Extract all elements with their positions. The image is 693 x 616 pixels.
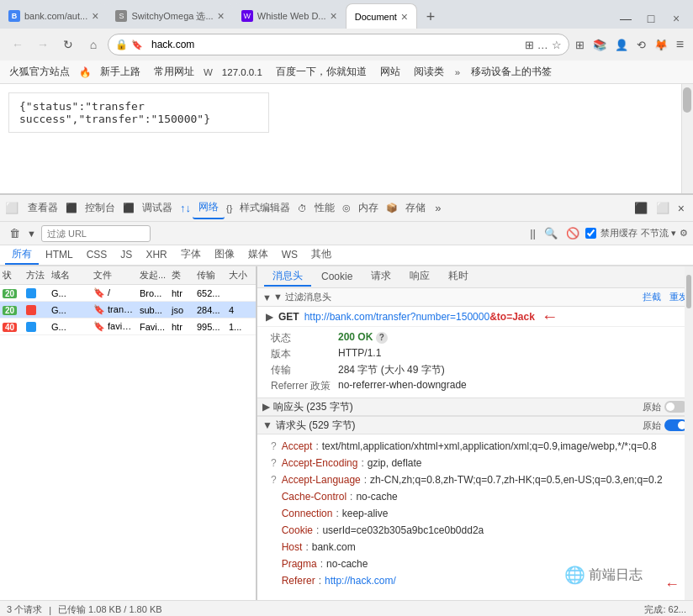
pause-network-button[interactable]: || xyxy=(527,227,538,240)
type-tab-js[interactable]: JS xyxy=(114,247,139,264)
status-section: 状态 200 OK ? 版本 HTTP/1.1 传输 284 字节 (大小 49… xyxy=(257,327,693,398)
devtool-tab-console[interactable]: 控制台 xyxy=(79,197,121,218)
header-value-accept-language: zh-CN,zh;q=0.8,zh-TW;q=0.7,zh-HK;q=0.5,e… xyxy=(370,472,680,487)
disable-cache-checkbox[interactable] xyxy=(585,228,596,239)
bookmark-icon-w: W xyxy=(204,67,213,77)
bookmark-newuser[interactable]: 新手上路 xyxy=(96,64,145,80)
minimize-button[interactable]: — xyxy=(616,8,636,29)
url-input[interactable] xyxy=(146,35,521,54)
ellipsis-icon[interactable]: … xyxy=(537,39,548,51)
type-tab-other[interactable]: 其他 xyxy=(304,245,338,265)
table-row[interactable]: 40 G... 🔖 favicon.ico Favi... htr 995...… xyxy=(0,319,256,335)
tab-whistle[interactable]: W Whistle Web D... × xyxy=(233,3,346,29)
bookmark-firefoxsite[interactable]: 火狐官方站点 xyxy=(5,64,74,80)
type-tab-xhr[interactable]: XHR xyxy=(139,247,173,264)
table-row[interactable]: 20 G... 🔖 transfer?number= sub... sub...… xyxy=(0,302,256,319)
tab-bank[interactable]: B bank.com/aut... × xyxy=(0,3,107,29)
response-raw-toggle[interactable]: 原始 xyxy=(643,401,688,413)
header-colon: : xyxy=(316,523,319,538)
back-button[interactable]: ← xyxy=(7,34,29,55)
request-section-collapse-icon: ▼ xyxy=(262,419,272,431)
reload-button[interactable]: ↻ xyxy=(57,34,79,55)
devtools-close-icon[interactable]: × xyxy=(674,200,688,217)
tab-close-whistle[interactable]: × xyxy=(331,10,337,22)
block-request-button[interactable]: 🚫 xyxy=(563,227,582,240)
maximize-button[interactable]: □ xyxy=(641,8,661,29)
type-tab-all[interactable]: 所有 xyxy=(5,245,39,265)
type-tab-css[interactable]: CSS xyxy=(80,247,114,264)
devtool-tab-storage[interactable]: 存储 xyxy=(399,197,431,218)
forward-button[interactable]: → xyxy=(32,34,54,55)
tab-close-switchyomega[interactable]: × xyxy=(218,10,225,22)
type-tab-html[interactable]: HTML xyxy=(39,247,80,264)
extensions-icon[interactable]: ⊞ xyxy=(573,37,587,53)
qr-icon[interactable]: ⊞ xyxy=(525,39,534,51)
network-settings-icon[interactable]: ⚙ xyxy=(680,228,688,239)
help-icon[interactable]: ? xyxy=(271,472,277,487)
help-icon[interactable]: ? xyxy=(271,439,277,454)
type-tab-ws[interactable]: WS xyxy=(275,247,304,264)
tab-favicon-bank: B xyxy=(8,10,20,22)
row1-file: 🔖 / xyxy=(91,287,137,298)
devtool-tab-debugger[interactable]: 调试器 xyxy=(136,197,178,218)
details-tab-request[interactable]: 请求 xyxy=(362,267,399,287)
bookmark-menu-icon[interactable]: 📚 xyxy=(590,37,609,53)
devtool-tab-memory[interactable]: 内存 xyxy=(352,197,384,218)
bookmark-more-icon[interactable]: » xyxy=(455,67,460,77)
table-row[interactable]: 20 G... 🔖 / Bro... htr 652... xyxy=(0,285,256,302)
bookmark-localhost[interactable]: 127.0.0.1 xyxy=(218,66,267,79)
details-tab-headers[interactable]: 消息头 xyxy=(264,267,311,287)
profile-icon[interactable]: 👤 xyxy=(612,37,631,53)
type-tab-media[interactable]: 媒体 xyxy=(241,245,275,265)
bookmark-mobile[interactable]: 移动设备上的书签 xyxy=(467,64,556,80)
devtools-more-tabs[interactable]: » xyxy=(435,202,441,214)
tab-close-document[interactable]: × xyxy=(401,11,408,23)
sync-icon[interactable]: ⟲ xyxy=(634,37,648,53)
disable-cache-label[interactable]: 禁用缓存 xyxy=(585,227,637,240)
throttle-select[interactable]: 不节流 ▾ xyxy=(641,227,676,240)
details-scrollbar[interactable] xyxy=(685,266,693,600)
bookmark-baidu[interactable]: 百度一下，你就知道 xyxy=(272,64,371,80)
search-network-button[interactable]: 🔍 xyxy=(542,227,560,240)
star-icon[interactable]: ☆ xyxy=(552,39,562,51)
url-expand-icon[interactable]: ▶ xyxy=(266,311,273,323)
bookmark-website[interactable]: 网站 xyxy=(376,64,405,80)
request-headers-header[interactable]: ▼ 请求头 (529 字节) 原始 xyxy=(257,416,693,434)
bookmark-frequenturls[interactable]: 常用网址 xyxy=(150,64,198,80)
devtool-tab-perf[interactable]: 性能 xyxy=(309,197,341,218)
details-tab-cookies[interactable]: Cookie xyxy=(313,269,361,286)
details-tab-response[interactable]: 响应 xyxy=(401,267,438,287)
new-tab-button[interactable]: + xyxy=(419,5,442,29)
request-raw-toggle[interactable]: 原始 xyxy=(643,419,688,432)
type-tab-font[interactable]: 字体 xyxy=(174,245,208,265)
intercept-link[interactable]: 拦截 xyxy=(643,291,661,303)
devtool-tab-inspector[interactable]: 查看器 xyxy=(22,197,64,218)
tab-close-bank[interactable]: × xyxy=(92,10,98,22)
network-filter-input[interactable] xyxy=(41,225,151,242)
row2-status: 20 xyxy=(0,305,24,315)
request-raw-label: 原始 xyxy=(643,419,661,432)
tab-switchyomega[interactable]: S SwitchyOmega 选... × xyxy=(107,3,232,29)
help-icon[interactable]: ? xyxy=(271,455,277,471)
bookmark-reading[interactable]: 阅读类 xyxy=(410,64,448,80)
details-tab-timing[interactable]: 耗时 xyxy=(440,267,477,287)
firefox-icon[interactable]: 🦊 xyxy=(652,37,670,53)
tab-bar: B bank.com/aut... × S SwitchyOmega 选... … xyxy=(0,0,693,29)
devtool-tab-network[interactable]: 网络 xyxy=(193,197,225,219)
home-button[interactable]: ⌂ xyxy=(82,34,104,55)
devtool-tab-style[interactable]: 样式编辑器 xyxy=(234,197,296,218)
page-scrollbar[interactable] xyxy=(681,84,693,193)
menu-icon[interactable]: ≡ xyxy=(674,35,686,54)
col-header-size: 大小 xyxy=(226,269,251,282)
type-tab-image[interactable]: 图像 xyxy=(208,245,241,265)
clear-network-button[interactable]: 🗑 xyxy=(5,224,24,243)
response-headers-header[interactable]: ▶ 响应头 (235 字节) 原始 xyxy=(257,398,693,416)
close-button[interactable]: × xyxy=(666,8,686,29)
tab-document[interactable]: Document × xyxy=(346,3,417,29)
devtools-dock-icon[interactable]: ⬛ xyxy=(631,200,651,216)
row3-domain: G... xyxy=(49,322,91,332)
referrer-policy-label: Referrer 政策 xyxy=(271,379,338,393)
devtools-icon-memory: ◎ xyxy=(342,203,351,213)
row2-domain: G... xyxy=(49,305,91,315)
devtools-undock-icon[interactable]: ⬜ xyxy=(653,200,673,216)
